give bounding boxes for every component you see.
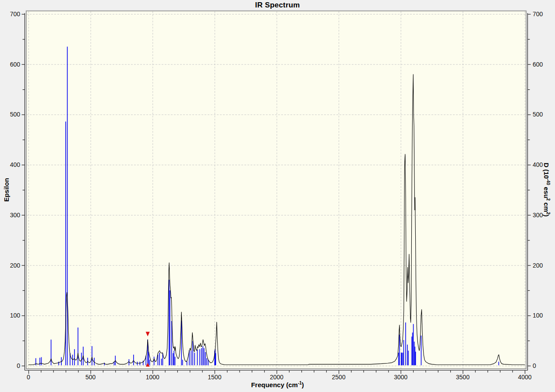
svg-text:0: 0 xyxy=(533,362,536,369)
svg-text:0: 0 xyxy=(27,374,30,381)
svg-text:700: 700 xyxy=(533,11,543,18)
y-left-tick-labels: 0100200300400500600700 xyxy=(10,11,21,369)
svg-text:400: 400 xyxy=(533,161,543,168)
x-axis-title-end: ) xyxy=(302,381,304,388)
svg-text:0: 0 xyxy=(17,362,20,369)
svg-text:300: 300 xyxy=(533,212,543,219)
svg-text:400: 400 xyxy=(10,161,21,168)
svg-text:2500: 2500 xyxy=(332,374,346,381)
svg-text:300: 300 xyxy=(10,212,21,219)
svg-text:100: 100 xyxy=(533,312,543,319)
svg-text:3000: 3000 xyxy=(394,374,407,381)
svg-text:500: 500 xyxy=(10,111,21,118)
svg-text:3500: 3500 xyxy=(456,374,470,381)
svg-text:200: 200 xyxy=(10,262,21,269)
y-left-axis-title: Epsilon xyxy=(3,159,10,221)
svg-text:500: 500 xyxy=(533,111,543,118)
svg-text:600: 600 xyxy=(10,61,21,68)
x-tick-labels: 05001000150020002500300035004000 xyxy=(27,374,532,381)
x-axis-title-sup: -1 xyxy=(298,381,302,385)
svg-text:4000: 4000 xyxy=(518,374,531,381)
x-axis-title: Frequency (cm-1) xyxy=(0,381,555,388)
y-right-axis-title: D (10-40 esu2 cm2) xyxy=(543,150,551,229)
spectrum-plot-canvas[interactable]: 0100200300400500600700010020030040050060… xyxy=(0,0,555,392)
ir-spectrum-window: 0100200300400500600700010020030040050060… xyxy=(0,0,555,392)
svg-text:700: 700 xyxy=(10,11,21,18)
x-axis-title-text: Frequency (cm xyxy=(251,381,298,388)
svg-text:100: 100 xyxy=(10,312,21,319)
chart-title: IR Spectrum xyxy=(0,1,555,10)
svg-text:500: 500 xyxy=(85,374,96,381)
svg-text:1500: 1500 xyxy=(208,374,221,381)
svg-text:200: 200 xyxy=(533,262,543,269)
svg-text:1000: 1000 xyxy=(146,374,159,381)
svg-text:2000: 2000 xyxy=(270,374,283,381)
svg-text:600: 600 xyxy=(533,61,543,68)
y-right-tick-labels: 0100200300400500600700 xyxy=(533,11,543,369)
